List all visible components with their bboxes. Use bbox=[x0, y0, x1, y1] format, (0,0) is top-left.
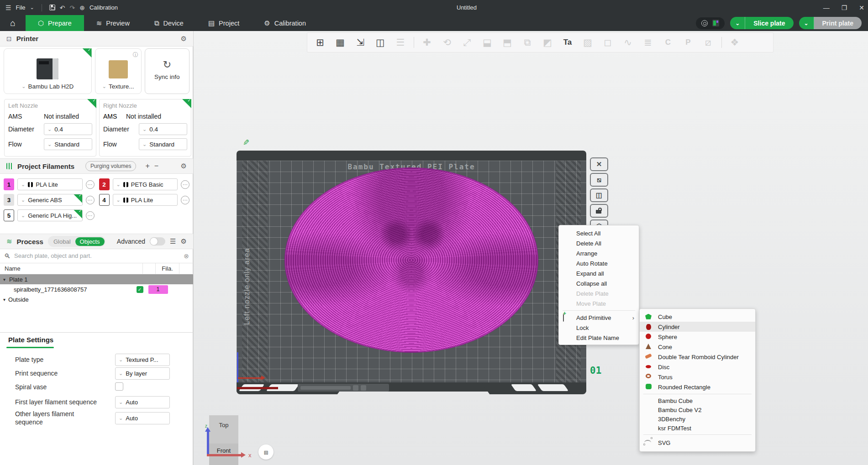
tune-icon[interactable]: ⚙ bbox=[181, 237, 187, 246]
context-menu-item[interactable]: Arrange bbox=[559, 248, 639, 258]
main-tab[interactable]: ⚙ Calibration bbox=[252, 15, 318, 31]
global-option[interactable]: Global bbox=[49, 238, 75, 245]
arrange-plate-button[interactable]: ◫ bbox=[590, 188, 608, 202]
close-button[interactable]: ✕ bbox=[859, 4, 864, 11]
lock-plate-button[interactable] bbox=[590, 204, 608, 218]
context-menu-item[interactable]: Move Plate bbox=[559, 298, 639, 308]
slice-dropdown-chevron-icon[interactable]: ⌄ bbox=[730, 17, 745, 29]
sync-info-button[interactable]: ↻ Sync info bbox=[145, 48, 189, 94]
object-row[interactable]: spiralbetty_1771636808757 ✓ 1 bbox=[0, 284, 193, 294]
outside-row[interactable]: ▾ Outside bbox=[0, 294, 193, 304]
filament-select[interactable]: ⌄ Generic ABS bbox=[17, 194, 83, 206]
minimize-button[interactable]: — bbox=[823, 4, 830, 11]
mesh-cube-icon[interactable]: ◻ bbox=[598, 37, 618, 48]
spiral-icon[interactable] bbox=[701, 20, 708, 26]
move-icon[interactable]: ✚ bbox=[417, 37, 437, 48]
flow-select[interactable]: ⌄Standard bbox=[139, 138, 187, 150]
spiralbetty-object[interactable] bbox=[284, 167, 538, 353]
print-plate-button[interactable]: ⌄ Print plate bbox=[799, 17, 862, 29]
home-icon[interactable]: ⌂ bbox=[0, 15, 26, 31]
add-object-icon[interactable]: ⊞ bbox=[310, 37, 330, 48]
copy-icon[interactable]: C bbox=[658, 38, 678, 47]
context-menu-item[interactable]: Lock › bbox=[559, 323, 639, 333]
main-tab[interactable]: ⬡ Prepare bbox=[26, 15, 84, 31]
save-icon[interactable] bbox=[49, 5, 55, 10]
filament-select[interactable]: ⌄ PETG Basic bbox=[113, 178, 178, 190]
undo-icon[interactable]: ↶ bbox=[60, 4, 65, 11]
object-filament-chip[interactable]: 1 bbox=[148, 285, 168, 294]
plate-type-name[interactable]: Texture... bbox=[109, 83, 134, 90]
split-objects-icon[interactable]: ⬒ bbox=[497, 37, 517, 48]
file-menu[interactable]: File bbox=[16, 4, 26, 11]
mesh-boolean-icon[interactable]: ⧉ bbox=[517, 37, 537, 48]
primitive-menu-item[interactable]: Disc bbox=[640, 362, 755, 372]
context-menu-item[interactable]: Delete All bbox=[559, 238, 639, 248]
maximize-button[interactable]: ❐ bbox=[842, 4, 847, 11]
process-scope-toggle[interactable]: Global Objects bbox=[48, 236, 105, 247]
slice-plate-label[interactable]: Slice plate bbox=[745, 17, 793, 29]
slice-plate-button[interactable]: ⌄ Slice plate bbox=[730, 17, 793, 29]
split-list-icon[interactable]: ☰ bbox=[390, 37, 410, 48]
scale-icon[interactable]: ⤢ bbox=[457, 37, 477, 48]
assembly-icon[interactable]: ❖ bbox=[725, 37, 745, 48]
measure-icon[interactable]: ⧄ bbox=[698, 37, 718, 48]
color-paint-icon[interactable]: ◩ bbox=[537, 37, 558, 48]
printer-card[interactable]: ⌄Bambu Lab H2D bbox=[4, 48, 92, 94]
svg-menu-item[interactable]: SVG bbox=[640, 437, 755, 449]
gizmo-top-face[interactable]: Top bbox=[209, 415, 238, 444]
main-tab[interactable]: ⧉ Device bbox=[142, 15, 196, 31]
plate-row[interactable]: ▾ Plate 1 bbox=[0, 274, 193, 284]
model-menu-item[interactable]: Bambu Cube V2 bbox=[640, 405, 755, 414]
build-plate-card[interactable]: ⓘ ⌄Texture... bbox=[95, 48, 142, 94]
filament-options-button[interactable]: ⋯ bbox=[86, 196, 95, 204]
model-menu-item[interactable]: 3DBenchy bbox=[640, 414, 755, 423]
filament-options-button[interactable]: ⋯ bbox=[181, 196, 189, 204]
primitive-menu-item[interactable]: Torus bbox=[640, 372, 755, 382]
add-plate-icon[interactable]: ▦ bbox=[330, 37, 350, 48]
plate-type-select[interactable]: ⌄Textured P... bbox=[115, 354, 170, 366]
primitive-menu-item[interactable]: Cube bbox=[640, 312, 755, 322]
context-menu-item[interactable]: Edit Plate Name › bbox=[559, 333, 639, 343]
list-view-icon[interactable]: ☰ bbox=[170, 237, 176, 246]
add-filament-button[interactable]: + bbox=[145, 162, 149, 170]
purging-volumes-button[interactable]: Purging volumes bbox=[85, 161, 136, 171]
chevron-down-icon[interactable]: ⌄ bbox=[30, 5, 34, 10]
auto-orient-icon[interactable]: ⇲ bbox=[350, 37, 370, 48]
filament-options-button[interactable]: ⋯ bbox=[86, 211, 95, 220]
filament-settings-gear-icon[interactable]: ⚙ bbox=[181, 162, 187, 170]
variable-layer-icon[interactable]: ≣ bbox=[638, 37, 658, 48]
seam-icon[interactable]: ∿ bbox=[618, 37, 638, 48]
context-menu-item[interactable]: Expand all bbox=[559, 268, 639, 278]
flow-select[interactable]: ⌄Standard bbox=[44, 138, 92, 150]
diameter-select[interactable]: ⌄0.4 bbox=[44, 123, 92, 135]
filament-options-button[interactable]: ⋯ bbox=[86, 180, 95, 189]
search-bar[interactable]: 🔍︎ Search plate, object and part. ⊗ bbox=[0, 249, 193, 263]
arrange-icon[interactable]: ◫ bbox=[370, 37, 390, 48]
spiral-vase-checkbox[interactable] bbox=[115, 382, 123, 391]
filament-select[interactable]: ⌄ PLA Lite bbox=[17, 178, 83, 190]
menu-icon[interactable]: ☰ bbox=[5, 4, 11, 11]
toolbar-separator[interactable] bbox=[410, 37, 417, 48]
context-menu-item[interactable]: Add Primitive › bbox=[559, 313, 639, 323]
model-menu-item[interactable]: Bambu Cube bbox=[640, 396, 755, 405]
add-text-icon[interactable]: Ta bbox=[558, 38, 578, 47]
filament-select[interactable]: ⌄ Generic PLA Hig... bbox=[17, 209, 83, 221]
filament-select[interactable]: ⌄ PLA Lite bbox=[113, 194, 178, 206]
context-menu-item[interactable]: Auto Rotate bbox=[559, 258, 639, 268]
print-sequence-select[interactable]: ⌄By layer bbox=[115, 367, 170, 380]
lay-flat-icon[interactable]: ⬓ bbox=[477, 37, 497, 48]
printer-settings-gear-icon[interactable]: ⚙ bbox=[181, 35, 187, 43]
toolbar-separator[interactable] bbox=[718, 37, 725, 48]
ams-layout-icon[interactable] bbox=[712, 20, 719, 26]
main-tab[interactable]: ≋ Preview bbox=[84, 15, 142, 31]
print-dropdown-chevron-icon[interactable]: ⌄ bbox=[799, 17, 814, 29]
viewport-3d[interactable]: ⊞ ▦ ⇲ ◫ ☰ ✚ ⟲ ⤢ ⬓ ⬒ ⧉ bbox=[194, 31, 868, 465]
context-menu-item[interactable]: Collapse all bbox=[559, 278, 639, 288]
diameter-select[interactable]: ⌄0.4 bbox=[139, 123, 187, 135]
redo-icon[interactable]: ↷ bbox=[69, 4, 75, 11]
first-layer-sequence-select[interactable]: ⌄Auto bbox=[115, 396, 170, 408]
other-layers-sequence-select[interactable]: ⌄Auto bbox=[115, 412, 170, 424]
calibration-menu[interactable]: Calibration bbox=[89, 4, 118, 11]
rotate-icon[interactable]: ⟲ bbox=[437, 37, 457, 48]
context-menu-item[interactable]: Delete Plate bbox=[559, 288, 639, 298]
